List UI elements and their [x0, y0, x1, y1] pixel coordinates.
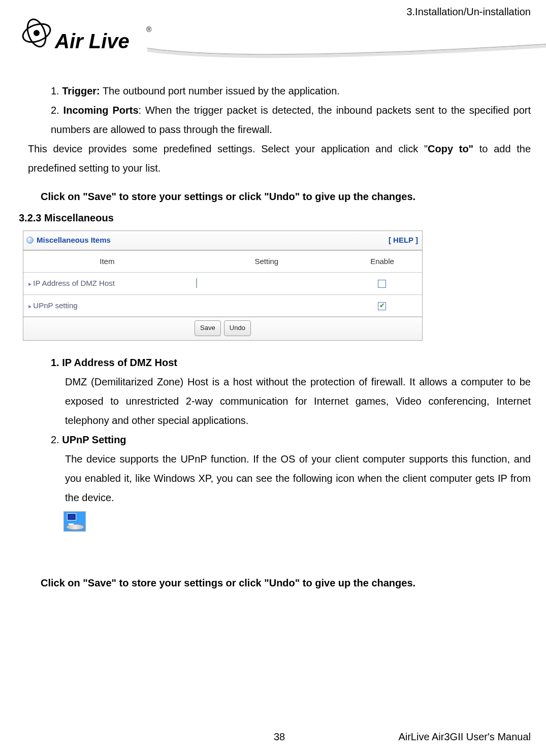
list-bold: Incoming Ports: [63, 105, 139, 116]
dmz-host-input[interactable]: [196, 278, 197, 288]
list-text: DMZ (Demilitarized Zone) Host is a host …: [65, 372, 531, 430]
manual-title: AirLive Air3GII User's Manual: [398, 731, 531, 743]
list-item: 2. Incoming Ports: When the trigger pack…: [51, 101, 531, 139]
undo-button[interactable]: Undo: [224, 320, 251, 336]
list-bold: UPnP Setting: [62, 434, 126, 445]
list-number: 2.: [51, 105, 59, 116]
registered-mark: ®: [146, 25, 152, 34]
settings-table: Item Setting Enable IP Address of DMZ Ho…: [23, 250, 422, 317]
section-heading: 3.2.3 Miscellaneous: [19, 208, 531, 227]
disc-icon: [26, 237, 34, 244]
row-item-label: IP Address of DMZ Host: [23, 273, 191, 295]
save-undo-instruction: Click on "Save" to store your settings o…: [41, 187, 531, 206]
panel-title: Miscellaneous Items: [37, 233, 111, 248]
save-button[interactable]: Save: [195, 320, 221, 336]
panel-titlebar: Miscellaneous Items [ HELP ]: [23, 231, 422, 250]
list-text: The device supports the UPnP function. I…: [65, 449, 531, 507]
document-page: 3.Installation/Un-installation Air Live …: [0, 0, 546, 756]
header-curve-icon: [147, 38, 546, 63]
list-number: 2.: [51, 434, 59, 445]
col-header-enable: Enable: [342, 250, 422, 273]
svg-text:Air Live: Air Live: [54, 30, 130, 52]
col-header-setting: Setting: [191, 250, 342, 273]
row-item-label: UPnP setting: [23, 294, 191, 317]
svg-point-3: [34, 30, 40, 36]
list-number: 1.: [51, 357, 59, 368]
save-undo-instruction: Click on "Save" to store your settings o…: [41, 573, 531, 593]
col-header-item: Item: [23, 250, 191, 273]
brand-logo: Air Live ®: [15, 15, 531, 63]
list-item: 1. IP Address of DMZ Host DMZ (Demilitar…: [51, 353, 531, 430]
copy-to-bold: Copy to": [428, 143, 473, 154]
list-item: 1. Trigger: The outbound port number iss…: [51, 81, 531, 101]
dmz-enable-checkbox[interactable]: [378, 280, 386, 288]
list-bold: Trigger:: [62, 85, 100, 96]
panel-button-row: Save Undo: [23, 317, 422, 340]
upnp-gateway-icon: [63, 511, 86, 532]
table-row: UPnP setting: [23, 294, 422, 317]
body-content: 1. Trigger: The outbound port number iss…: [28, 81, 531, 593]
paragraph: This device provides some predefined set…: [28, 139, 531, 178]
list-text: The outbound port number issued by the a…: [100, 85, 340, 96]
brand-word-1: Air: [54, 30, 84, 52]
misc-items-panel: Miscellaneous Items [ HELP ] Item Settin…: [23, 231, 423, 341]
upnp-enable-checkbox[interactable]: [378, 302, 386, 310]
list-number: 1.: [51, 85, 59, 96]
paragraph-text: This device provides some predefined set…: [28, 143, 428, 154]
table-row: IP Address of DMZ Host: [23, 273, 422, 295]
airlive-logo-icon: Air Live ®: [15, 15, 152, 62]
list-bold: IP Address of DMZ Host: [62, 357, 177, 368]
brand-word-2: Live: [89, 30, 130, 52]
page-footer: 38 AirLive Air3GII User's Manual: [28, 731, 531, 743]
list-item: 2. UPnP Setting The device supports the …: [51, 430, 531, 507]
help-link[interactable]: [ HELP ]: [389, 233, 418, 248]
